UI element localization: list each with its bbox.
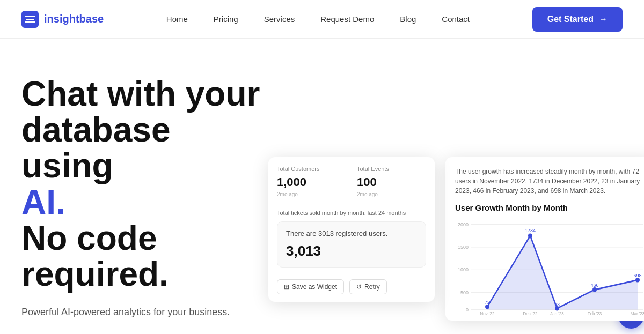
svg-text:1734: 1734 <box>525 228 536 233</box>
result-text: There are 3013 registered users. <box>286 229 417 237</box>
svg-text:Feb '23: Feb '23 <box>588 311 602 315</box>
metric-events-label: Total Events <box>357 166 426 172</box>
hero-heading: Chat with your database using AI. No cod… <box>21 76 268 292</box>
chart-card: The user growth has increased steadily m… <box>445 157 644 321</box>
svg-text:Dec '22: Dec '22 <box>523 311 538 315</box>
logo[interactable]: insightbase <box>21 11 104 28</box>
nav-blog[interactable]: Blog <box>389 10 427 28</box>
hero-section: Chat with your database using AI. No cod… <box>0 39 644 334</box>
metric-events-value: 100 <box>357 175 426 189</box>
datapoint-0 <box>485 305 489 309</box>
result-bubble: There are 3013 registered users. 3,013 <box>277 221 426 268</box>
metric-events: Total Events 100 2mo ago <box>357 166 426 197</box>
nav-request-demo[interactable]: Request Demo <box>310 10 385 28</box>
metric-customers-time: 2mo ago <box>277 191 346 197</box>
metric-events-time: 2mo ago <box>357 191 426 197</box>
datapoint-1 <box>528 234 532 238</box>
card1-actions: ⊞ Save as Widget ↺ Retry <box>268 274 435 302</box>
nav-links: Home Pricing Services Request Demo Blog … <box>156 10 480 28</box>
card1-header: Total Customers 1,000 2mo ago Total Even… <box>268 157 435 203</box>
nav-services[interactable]: Services <box>253 10 306 28</box>
query-label: Total tickets sold month by month, last … <box>277 210 426 216</box>
svg-text:23: 23 <box>554 302 560 307</box>
hero-subtext: Powerful AI-powered analytics for your b… <box>21 305 268 320</box>
svg-text:500: 500 <box>460 290 469 295</box>
svg-text:72: 72 <box>485 300 490 305</box>
nav-home[interactable]: Home <box>156 10 199 28</box>
svg-text:1000: 1000 <box>458 267 469 272</box>
datapoint-4 <box>635 278 640 282</box>
navbar: insightbase Home Pricing Services Reques… <box>0 0 644 39</box>
line-chart: 2000 1500 1000 500 0 <box>455 219 644 315</box>
svg-text:Mar '23: Mar '23 <box>631 311 644 315</box>
chart-title: User Growth Month by Month <box>455 203 644 212</box>
svg-text:1500: 1500 <box>458 244 469 250</box>
svg-text:0: 0 <box>466 307 469 312</box>
metric-customers: Total Customers 1,000 2mo ago <box>277 166 346 197</box>
chart-description: The user growth has increased steadily m… <box>455 167 644 196</box>
svg-text:Nov '22: Nov '22 <box>480 311 495 315</box>
svg-text:Jan '23: Jan '23 <box>550 311 564 315</box>
query-result-card: Total Customers 1,000 2mo ago Total Even… <box>268 157 435 302</box>
hero-visuals: Total Customers 1,000 2mo ago Total Even… <box>268 157 644 334</box>
retry-button[interactable]: ↺ Retry <box>349 279 387 294</box>
datapoint-3 <box>592 287 597 292</box>
chart-area: 2000 1500 1000 500 0 <box>455 219 644 315</box>
svg-text:698: 698 <box>634 273 642 278</box>
nav-contact[interactable]: Contact <box>431 10 480 28</box>
result-number: 3,013 <box>286 243 417 259</box>
get-started-button[interactable]: Get Started → <box>532 7 623 32</box>
hero-text: Chat with your database using AI. No cod… <box>21 71 268 320</box>
metric-customers-value: 1,000 <box>277 175 346 189</box>
card1-body: Total tickets sold month by month, last … <box>268 203 435 274</box>
metric-customers-label: Total Customers <box>277 166 346 172</box>
svg-text:2000: 2000 <box>458 222 469 227</box>
nav-pricing[interactable]: Pricing <box>203 10 249 28</box>
save-widget-button[interactable]: ⊞ Save as Widget <box>277 279 344 294</box>
logo-icon <box>21 11 39 28</box>
brand-name: insightbase <box>44 13 104 25</box>
svg-text:466: 466 <box>591 283 599 288</box>
